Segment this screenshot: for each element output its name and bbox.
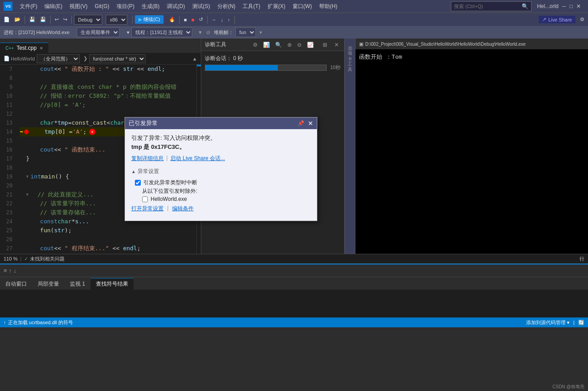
checkbox1-label: 引发此异常类型时中断	[143, 179, 197, 187]
debug-bar: 进程：[21072] HelloWorld.exe 生命周期事件 ▾ 线程：[1…	[0, 26, 588, 39]
bottom-tab-bar: 自动窗口 局部变量 监视 1 查找符号结果	[0, 277, 588, 290]
save-btn[interactable]: 💾	[27, 16, 37, 23]
bottom-area: ≡ ↑ ↓ 自动窗口 局部变量 监视 1 查找符号结果	[0, 264, 588, 317]
watermark: CSDN @韩骜亮	[553, 384, 584, 390]
popup-bold-text: tmp 是 0x17FC3C。	[131, 143, 185, 150]
code-line-27: cout << " 程序结束..." << endl;	[20, 244, 193, 253]
diag-close-btn[interactable]: ✕	[333, 41, 341, 49]
line-numbers: 7 8 9 10 11 12 13 14 15 16 17 18 19 20 2…	[0, 65, 16, 254]
menu-view[interactable]: 视图(V)	[66, 2, 91, 11]
debug-process-label: 进程：[21072] HelloWorld.exe	[4, 29, 69, 36]
stop-btn[interactable]: ■	[190, 16, 196, 23]
search-icon: 🔍	[522, 3, 528, 9]
side-icon-5[interactable]: 具	[346, 62, 354, 65]
right-sidebar: 选 项 卡 工 具	[344, 39, 355, 254]
tab-close-btn[interactable]: ✕	[39, 46, 43, 51]
maximize-btn[interactable]: □	[570, 3, 573, 9]
continue-btn[interactable]: ▶ 继续(C)	[135, 15, 164, 24]
tab-watch[interactable]: 监视 1	[65, 278, 91, 290]
menu-help[interactable]: 帮助(H)	[316, 2, 341, 11]
lifecycle-select[interactable]: 生命周期事件	[77, 27, 120, 37]
live-share-btn[interactable]: ↗ Live Share	[539, 16, 575, 23]
undo-btn[interactable]: ↩	[53, 16, 61, 23]
stack-select[interactable]: fun	[235, 27, 256, 37]
diag-search-btn[interactable]: 🔍	[273, 41, 284, 49]
bottom-icon-1[interactable]: ≡	[4, 267, 7, 274]
thread-select[interactable]: 线程：[11912] 主线程	[131, 27, 192, 37]
step-out-btn[interactable]: ↑	[226, 16, 232, 23]
bottom-icon-2[interactable]: ↑	[9, 267, 12, 274]
debug-config-select[interactable]: Debug	[74, 15, 102, 25]
toolbar-sep-4	[132, 16, 133, 24]
side-icon-4[interactable]: 工	[346, 56, 354, 60]
bottom-icon-3[interactable]: ↓	[13, 267, 17, 274]
diag-dock-btn[interactable]: ⊞	[321, 41, 329, 49]
stack-label: 堆栈帧：	[214, 29, 233, 36]
code-line-9: // 直接修改 const char * p 的数据内容会报错	[20, 83, 193, 91]
diag-settings-btn[interactable]: ⚙	[251, 41, 259, 49]
menu-git[interactable]: Git(G)	[91, 2, 113, 10]
save-all-btn[interactable]: 💾	[38, 16, 48, 23]
side-icon-2[interactable]: 项	[346, 46, 354, 49]
break-btn[interactable]: ■	[182, 16, 189, 23]
platform-select[interactable]: x86	[106, 15, 127, 25]
step-into-btn[interactable]: ↓	[219, 16, 225, 23]
menu-file[interactable]: 文件(F)	[16, 2, 41, 11]
popup-pin-btn[interactable]: 📌	[298, 120, 304, 126]
diag-zoom-btn[interactable]: ⊕	[285, 41, 294, 49]
search-input[interactable]	[454, 4, 520, 9]
toolbar-sep-3	[71, 16, 72, 24]
toolbar-sep-5	[179, 16, 180, 24]
indent-text: 从以下位置引发时除外:	[142, 187, 311, 195]
live-share-icon: ↗	[542, 17, 546, 22]
console-output-text: 函数开始 ：Tom	[359, 53, 402, 60]
diag-chart2-btn[interactable]: 📈	[305, 41, 316, 49]
tab-test-cpp[interactable]: C++ Test.cpp ✕	[0, 43, 48, 53]
scope-select[interactable]: （全局范围）	[37, 54, 80, 63]
tab-auto-window[interactable]: 自动窗口	[0, 278, 32, 290]
file-icon: C++	[5, 46, 14, 51]
close-btn[interactable]: ✕	[576, 3, 581, 9]
hot-reload-btn[interactable]: 🔥	[167, 16, 177, 23]
source-control-btn[interactable]: 添加到源代码管理 ▾	[526, 319, 570, 326]
popup-links: 复制详细信息 | 启动 Live Share 会话...	[131, 155, 311, 162]
menu-debug[interactable]: 调试(D)	[163, 2, 189, 11]
symbol-select[interactable]: fun(const char * str)	[89, 54, 146, 63]
zoom-level: 110 %	[4, 256, 17, 261]
redo-btn[interactable]: ↪	[61, 16, 69, 23]
menu-analyze[interactable]: 分析(N)	[214, 2, 239, 11]
edit-conditions-link[interactable]: 编辑条件	[172, 205, 194, 213]
menu-window[interactable]: 窗口(W)	[289, 2, 316, 11]
new-file-btn[interactable]: 📄	[2, 16, 12, 23]
menu-edit[interactable]: 编辑(E)	[41, 2, 66, 11]
checkbox2[interactable]	[142, 196, 148, 202]
side-icon-3[interactable]: 卡	[346, 51, 354, 55]
step-over-btn[interactable]: →	[210, 16, 218, 23]
popup-header: 已引发异常 📌 ✕	[125, 117, 317, 129]
diag-chart-btn[interactable]: 📊	[261, 41, 272, 49]
checkbox2-row: HelloWorld.exe	[142, 195, 311, 203]
open-btn[interactable]: 📂	[13, 16, 22, 23]
tab-bar: C++ Test.cpp ✕	[0, 39, 201, 53]
breadcrumb-expand-icon[interactable]: ▲	[192, 56, 197, 61]
minimize-btn[interactable]: ─	[562, 3, 566, 9]
code-line-10: // 报错：error C3892: "p"：不能给常量赋值	[20, 91, 193, 100]
menu-extensions[interactable]: 扩展(X)	[264, 2, 289, 11]
menu-tools[interactable]: 工具(T)	[239, 2, 264, 11]
tab-locals[interactable]: 局部变量	[32, 278, 65, 290]
diag-zoomout-btn[interactable]: ⊖	[295, 41, 303, 49]
settings-btn[interactable]: ⚙	[578, 16, 586, 23]
play-icon: ▶	[138, 17, 142, 22]
checkbox1[interactable]	[135, 180, 141, 186]
menu-test[interactable]: 测试(S)	[189, 2, 214, 11]
open-settings-link[interactable]: 打开异常设置	[131, 205, 164, 213]
popup-close-btn[interactable]: ✕	[308, 120, 313, 127]
side-icon-1[interactable]: 选	[346, 40, 354, 44]
liveshare-link[interactable]: 启动 Live Share 会话...	[170, 155, 225, 162]
restart-btn[interactable]: ↺	[197, 16, 205, 23]
copy-details-link[interactable]: 复制详细信息	[131, 155, 164, 162]
menu-project[interactable]: 项目(P)	[113, 2, 138, 11]
menu-build[interactable]: 生成(B)	[138, 2, 163, 11]
tab-find-results[interactable]: 查找符号结果	[91, 278, 134, 290]
bottom-links: 打开异常设置 | 编辑条件	[131, 205, 311, 213]
